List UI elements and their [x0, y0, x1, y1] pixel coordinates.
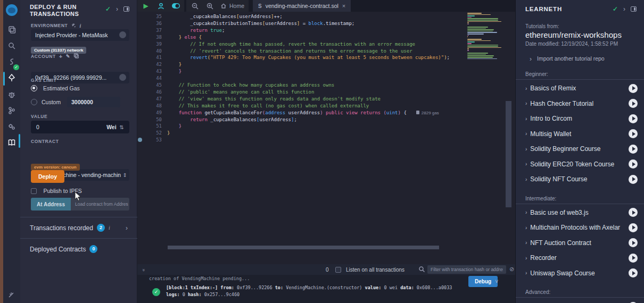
terminal-collapse-icon[interactable]: » [141, 268, 146, 270]
line-number[interactable]: 48 [137, 103, 162, 108]
tab-close-icon[interactable]: × [342, 3, 345, 9]
line-number[interactable]: 37 [137, 28, 162, 33]
remix-logo-icon[interactable] [6, 4, 18, 16]
sidebar-item-learneth[interactable] [3, 136, 20, 151]
tutorial-item[interactable]: ›NFT Auction Contract [516, 235, 644, 251]
chevron-right-icon[interactable]: › [525, 146, 527, 152]
line-number[interactable]: 50 [137, 117, 162, 122]
custom-gas-input[interactable]: 3000000 [67, 97, 120, 107]
environment-options-icon[interactable] [119, 31, 126, 38]
play-tutorial-icon[interactable] [629, 175, 638, 184]
custom-gas-radio[interactable] [31, 99, 37, 105]
tutorial-item[interactable]: ›Intro to Circom [516, 111, 644, 127]
learneth-collapse-icon[interactable]: › [623, 5, 625, 13]
sidebar-item-debugger[interactable] [3, 88, 20, 103]
zoom-in-icon[interactable] [205, 2, 214, 10]
transactions-info-icon[interactable]: i [109, 225, 110, 231]
line-number[interactable]: 47 [137, 96, 162, 102]
copy-account-icon[interactable] [73, 53, 79, 60]
edit-account-icon[interactable]: ✎ [66, 54, 70, 59]
tutorial-item[interactable]: ›All about Proxy Contracts [516, 299, 644, 303]
tutorial-item[interactable]: ›Basics of Remix [516, 81, 644, 96]
editor-horizontal-scrollbar[interactable] [168, 246, 439, 249]
code-line[interactable]: return true; [167, 28, 225, 33]
sidebar-item-search[interactable] [3, 39, 20, 54]
environment-info-icon[interactable]: i [79, 23, 81, 29]
rail-plug-bottom[interactable] [3, 288, 20, 303]
code-line[interactable]: function getCupcakeBalanceFor(address us… [167, 110, 439, 115]
terminal-filter-input[interactable] [427, 265, 506, 274]
tutorial-item[interactable]: ›Recorder [516, 250, 644, 266]
sidebar-item-plugin-manager[interactable] [3, 120, 20, 135]
panel-collapse-icon[interactable]: › [116, 5, 118, 13]
transactions-expand-icon[interactable]: › [126, 224, 128, 232]
play-tutorial-icon[interactable] [629, 223, 638, 232]
play-tutorial-icon[interactable] [629, 268, 638, 277]
assistant-icon[interactable] [156, 2, 165, 10]
code-line[interactable]: } [167, 130, 170, 136]
code-line[interactable]: // If not enough time has passed, revert… [167, 41, 415, 47]
code-line[interactable]: // 'public' means anyone can call this f… [167, 89, 314, 95]
play-tutorial-icon[interactable] [629, 159, 638, 169]
tutorial-item[interactable]: ›Solidity NFT Course [516, 172, 644, 187]
tutorial-item[interactable]: ›Solidity ERC20 Token Course [516, 157, 644, 172]
sidebar-item-deploy-run[interactable] [3, 71, 20, 86]
code-line[interactable]: _cupcakeBalances[userAddress]++; [167, 14, 283, 19]
tutorial-item[interactable]: ›Basic use of web3.js [516, 205, 644, 221]
chevron-right-icon[interactable]: › [525, 255, 527, 261]
add-account-icon[interactable]: + [59, 53, 63, 60]
line-number[interactable]: 36 [137, 21, 162, 26]
deployed-contracts-row[interactable]: Deployed Contracts 0 [20, 238, 137, 259]
play-tutorial-icon[interactable] [629, 238, 638, 247]
listen-all-checkbox[interactable] [335, 267, 341, 273]
line-number[interactable]: 43 [137, 69, 162, 74]
line-number[interactable]: 44 [137, 75, 162, 81]
chevron-right-icon[interactable]: › [525, 116, 527, 122]
line-number[interactable]: 46 [137, 89, 162, 95]
code-line[interactable]: } [167, 69, 181, 74]
value-input[interactable]: 0 [36, 124, 39, 130]
estimated-gas-radio[interactable] [31, 85, 37, 91]
code-line[interactable]: // This makes it free to call (no gas co… [167, 103, 369, 108]
debug-button[interactable]: Debug [468, 276, 498, 287]
value-unit-select[interactable]: Wei [106, 124, 116, 130]
line-number[interactable]: 40 [137, 48, 162, 54]
import-tutorial-repo[interactable]: › Import another tutorial repo [516, 47, 644, 63]
sidebar-item-solidity-compiler[interactable]: ✓ [3, 55, 20, 70]
home-button[interactable]: Home [220, 3, 244, 9]
line-number[interactable]: 52 [137, 130, 162, 136]
chevron-right-icon[interactable]: › [525, 131, 527, 137]
tutorial-item[interactable]: ›Uniswap Swap Course [516, 266, 644, 281]
value-unit-updown-icon[interactable]: ⇅ [120, 124, 124, 130]
code-line[interactable]: // 'view' means this function only reads… [167, 96, 381, 102]
line-number[interactable]: 42 [137, 62, 162, 67]
transactions-recorded-row[interactable]: Transactions recorded 2 i › [20, 217, 137, 238]
publish-ipfs-checkbox[interactable] [31, 188, 37, 194]
play-tutorial-icon[interactable] [629, 129, 638, 138]
code-line[interactable]: } else { [167, 35, 202, 40]
line-number[interactable]: 41 [137, 55, 162, 60]
code-line[interactable]: _cupcakeDistributionTimes[userAddress] =… [167, 21, 354, 26]
play-tutorial-icon[interactable] [629, 99, 638, 108]
line-number[interactable]: 38 [137, 35, 162, 40]
chevron-right-icon[interactable]: › [525, 100, 527, 106]
clear-console-icon[interactable]: ⊘ [509, 266, 514, 273]
code-line[interactable]: // Function to check how many cupcakes a… [167, 82, 334, 88]
chevron-right-icon[interactable]: › [525, 86, 527, 91]
tx-expand-icon[interactable]: ˅ [495, 278, 498, 284]
at-address-button[interactable]: At Address [31, 198, 71, 211]
play-tutorial-icon[interactable] [629, 84, 638, 93]
code-line[interactable]: } [167, 123, 181, 129]
panel-pin-icon[interactable] [123, 6, 129, 12]
tutorial-item[interactable]: ›Multisig Wallet [516, 127, 644, 142]
plug-small-icon[interactable] [71, 22, 76, 29]
code-line[interactable]: revert("HTTP 429: Too Many Cupcakes (you… [167, 55, 450, 60]
play-tutorial-icon[interactable] [629, 208, 638, 217]
account-options-icon[interactable] [119, 74, 126, 81]
line-number[interactable]: 35 [137, 14, 162, 19]
chevron-right-icon[interactable]: › [525, 176, 527, 182]
chevron-right-icon[interactable]: › [525, 225, 527, 231]
chevron-right-icon[interactable]: › [525, 270, 527, 276]
sidebar-item-git[interactable] [3, 104, 20, 119]
tx-log-entry[interactable]: [block:1 txIndex:-] from: 0xf39...92266 … [166, 284, 464, 298]
